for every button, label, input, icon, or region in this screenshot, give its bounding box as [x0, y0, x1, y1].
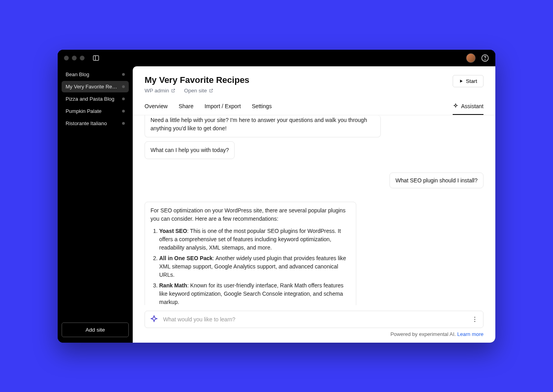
status-dot: [122, 110, 125, 113]
footer: Powered by experimental AI. Learn more: [133, 331, 495, 343]
app-window: Bean Blog My Very Favorite Re… Pizza and…: [58, 50, 495, 343]
sidebar-item-site[interactable]: Ristorante Italiano: [62, 118, 129, 129]
help-icon[interactable]: [481, 54, 489, 62]
minimize-dot[interactable]: [72, 56, 77, 60]
assistant-message: Need a little help with your site? I'm h…: [145, 115, 381, 137]
assistant-message: What can I help you with today?: [145, 141, 235, 159]
wp-admin-label: WP admin: [145, 88, 169, 94]
status-dot: [122, 122, 125, 125]
sparkle-icon: [453, 103, 459, 109]
chat-content[interactable]: Need a little help with your site? I'm h…: [133, 115, 495, 305]
main-panel: My Very Favorite Recipes WP admin Open s…: [133, 66, 495, 343]
sidebar-item-label: Bean Blog: [66, 71, 89, 77]
answer-list: Yoast SEO: This is one of the most popul…: [150, 227, 350, 305]
list-item: Yoast SEO: This is one of the most popul…: [159, 227, 350, 252]
add-site-button[interactable]: Add site: [62, 323, 129, 337]
start-button[interactable]: Start: [453, 75, 483, 87]
tabs: Overview Share Import / Export Settings …: [133, 103, 495, 115]
answer-intro: For SEO optimization on your WordPress s…: [150, 206, 350, 223]
list-item: All in One SEO Pack: Another widely used…: [159, 254, 350, 279]
open-site-label: Open site: [184, 88, 207, 94]
svg-point-5: [474, 319, 475, 319]
tab-share[interactable]: Share: [179, 103, 193, 115]
svg-point-3: [485, 59, 485, 60]
sidebar-item-site[interactable]: Bean Blog: [62, 69, 129, 80]
sparkle-icon: [150, 315, 158, 324]
sidebar-item-site[interactable]: Pumpkin Palate: [62, 105, 129, 117]
status-dot: [122, 98, 125, 100]
sidebar-item-site[interactable]: Pizza and Pasta Blog: [62, 93, 129, 105]
status-dot: [122, 73, 125, 76]
tab-settings[interactable]: Settings: [252, 103, 272, 115]
status-dot: [122, 85, 125, 88]
close-dot[interactable]: [64, 56, 69, 60]
sidebar-item-label: Ristorante Italiano: [66, 120, 107, 126]
tab-import-export[interactable]: Import / Export: [205, 103, 241, 115]
open-site-link[interactable]: Open site: [184, 88, 213, 94]
titlebar: [58, 50, 495, 66]
play-icon: [459, 79, 463, 83]
sidebar-toggle-icon[interactable]: [92, 54, 100, 62]
external-link-icon: [209, 88, 213, 93]
sidebar-item-label: Pizza and Pasta Blog: [66, 96, 115, 102]
tab-assistant[interactable]: Assistant: [453, 103, 483, 115]
window-controls[interactable]: [64, 56, 85, 60]
sidebar: Bean Blog My Very Favorite Re… Pizza and…: [58, 66, 133, 343]
svg-point-4: [474, 317, 475, 317]
avatar[interactable]: [466, 53, 476, 63]
item-name: All in One SEO Pack: [159, 255, 213, 261]
user-message: What SEO plugin should I install?: [389, 173, 483, 188]
zoom-dot[interactable]: [80, 56, 85, 60]
list-item: Rank Math: Known for its user-friendly i…: [159, 281, 350, 305]
chat-input[interactable]: [163, 316, 466, 323]
svg-rect-0: [93, 56, 99, 60]
svg-point-6: [474, 321, 475, 322]
item-desc: : Known for its user-friendly interface,…: [159, 282, 344, 305]
wp-admin-link[interactable]: WP admin: [145, 88, 175, 94]
footer-text: Powered by experimental AI.: [390, 331, 457, 337]
assistant-message: For SEO optimization on your WordPress s…: [145, 202, 356, 305]
tab-assistant-label: Assistant: [461, 103, 483, 109]
external-link-icon: [171, 88, 175, 93]
more-icon[interactable]: [471, 316, 478, 323]
site-title: My Very Favorite Recipes: [145, 75, 249, 85]
start-label: Start: [466, 78, 477, 84]
sidebar-item-label: Pumpkin Palate: [66, 108, 102, 114]
sidebar-item-label: My Very Favorite Re…: [66, 84, 117, 90]
sidebar-item-site[interactable]: My Very Favorite Re…: [62, 81, 129, 92]
item-name: Rank Math: [159, 282, 187, 289]
tab-overview[interactable]: Overview: [145, 103, 167, 115]
learn-more-link[interactable]: Learn more: [457, 331, 483, 337]
chat-input-row: [145, 311, 483, 328]
item-name: Yoast SEO: [159, 228, 187, 234]
